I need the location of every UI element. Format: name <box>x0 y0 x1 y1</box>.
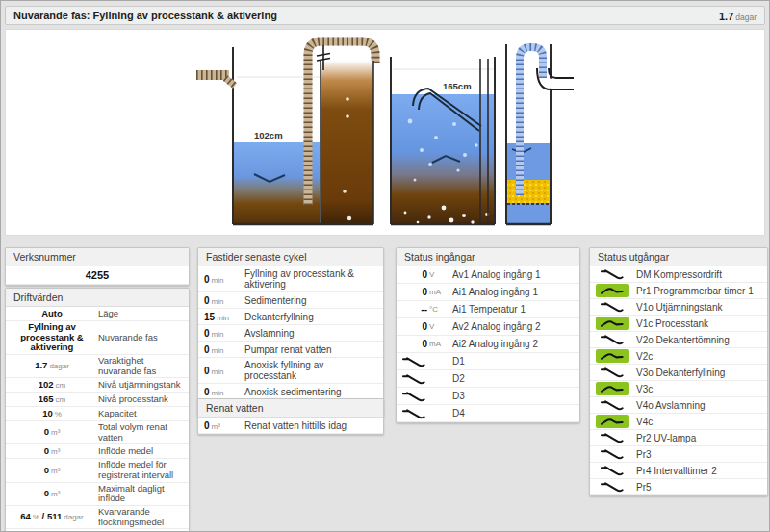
label-cell: Avslamning <box>244 328 377 339</box>
switch-open-icon[interactable] <box>596 333 629 346</box>
equalization-level-label: 102cm <box>254 130 283 140</box>
output-status-row: Pr5 <box>590 479 767 495</box>
switch-open-icon[interactable] <box>596 464 629 477</box>
label-cell: Nuvarande fas <box>98 333 189 343</box>
phase-duration-value: 1.7 <box>719 11 733 22</box>
phase-time-row: 0minFyllning av processtank & aktivering <box>198 266 383 292</box>
switch-open-icon <box>402 356 452 367</box>
status-ingangar-rows: 0VAv1 Analog ingång 10mAAi1 Analog ingån… <box>397 266 579 422</box>
value-cell: 0min <box>204 328 244 339</box>
label-cell: Pr4 Intervalltimer 2 <box>636 466 761 476</box>
fastider-title: Fastider senaste cykel <box>198 248 383 266</box>
switch-closed-icon[interactable] <box>596 284 629 297</box>
label-cell: D4 <box>452 408 574 418</box>
driftvarden-row: AutoLäge <box>6 307 189 321</box>
label-cell: V4c <box>636 417 761 427</box>
label-cell: V1o Utjämningstank <box>636 302 761 313</box>
driftvarden-panel: Driftvärden AutoLägeFyllning av processt… <box>5 288 190 532</box>
output-status-row: V1o Utjämningstank <box>590 299 767 316</box>
verksnummer-title: Verksnummer <box>6 248 189 266</box>
label-cell: Inflöde medel för registrerat intervall <box>98 460 189 480</box>
process-tank: 165cm <box>391 57 495 224</box>
unit-cell: V <box>429 322 452 331</box>
label-cell: Nivå processtank <box>98 394 189 405</box>
driftvarden-row: 165cmNivå processtank <box>6 393 189 407</box>
value-cell: 0min <box>204 344 244 355</box>
label-cell: Ai1 Analog ingång 1 <box>452 287 574 297</box>
output-status-row: V2c <box>590 348 767 365</box>
output-status-row: Pr4 Intervalltimer 2 <box>590 463 767 479</box>
value-text: 0min <box>204 344 223 355</box>
hmi-dashboard: Nuvarande fas: Fyllning av processtank &… <box>0 0 770 532</box>
status-utgangar-rows: DM KompressordriftPr1 Programmerbar time… <box>590 266 767 495</box>
output-status-row: Pr3 <box>590 446 767 463</box>
driftvarden-row: 1.7dagarVaraktighet nuvarande fas <box>6 355 189 378</box>
label-cell: Nivå utjämningstank <box>98 380 189 391</box>
label-cell: D1 <box>452 356 574 367</box>
value-cell: 0m³ <box>6 446 98 457</box>
renat-vatten-rows: 0m³Renat vatten hittills idag <box>198 418 383 434</box>
input-status-row: 0VAv2 Analog ingång 2 <box>397 318 579 336</box>
switch-open-icon[interactable] <box>596 480 629 494</box>
input-status-row: D2 <box>397 370 579 388</box>
output-status-row: V2o Dekantertömning <box>590 332 767 348</box>
value-text: 0m³ <box>44 465 61 475</box>
value-text: 1.7dagar <box>35 360 69 370</box>
switch-open-icon <box>402 373 452 385</box>
output-status-row: V1c Processtank <box>590 316 767 332</box>
value-cell: 0min <box>204 274 244 285</box>
input-status-row: 0VAv1 Analog ingång 1 <box>397 266 579 284</box>
verksnummer-value: 4255 <box>6 266 189 285</box>
label-cell: Total volym renat vatten <box>98 422 189 443</box>
label-cell: Anoxisk sedimentering <box>244 387 377 397</box>
switch-open-icon[interactable] <box>596 300 629 314</box>
value-text: 15min <box>204 312 229 322</box>
driftvarden-row: 102cmNivå utjämningstank <box>6 378 189 393</box>
value-text: 0m³ <box>44 445 61 456</box>
phase-duration-unit: dagar <box>735 13 757 22</box>
selector-column <box>321 61 373 224</box>
switch-open-icon[interactable] <box>596 447 629 461</box>
input-status-row: D4 <box>397 405 579 422</box>
value-cell: 0min <box>204 366 244 376</box>
switch-closed-icon[interactable] <box>596 415 629 428</box>
value-cell: 10% <box>6 409 98 419</box>
label-cell: V3c <box>636 384 761 394</box>
input-status-row: D1 <box>397 353 579 370</box>
label-cell: Dekanterfyllning <box>244 312 377 322</box>
switch-open-icon[interactable] <box>596 431 629 444</box>
output-status-row: V4o Avslamning <box>590 397 767 414</box>
status-ingangar-panel: Status ingångar 0VAv1 Analog ingång 10mA… <box>396 247 580 423</box>
switch-open-icon[interactable] <box>596 366 629 379</box>
label-cell: Pumpar renat vatten <box>244 344 377 355</box>
label-cell: Kvarvarande flockningsmedel <box>98 507 189 527</box>
switch-closed-icon[interactable] <box>596 382 629 395</box>
switch-open-icon[interactable] <box>596 398 629 412</box>
label-cell: DM Kompressordrift <box>636 269 761 280</box>
label-cell: Anoxisk fyllning av processtank <box>244 360 377 381</box>
label-cell: Kapacitet <box>98 409 189 419</box>
driftvarden-rows: AutoLägeFyllning av processtank & aktive… <box>6 307 189 532</box>
value-text: 0min <box>204 366 223 376</box>
value-cell: 102cm <box>6 380 98 391</box>
value-text: 0m³ <box>44 426 61 437</box>
status-utgangar-panel: Status utgångar DM KompressordriftPr1 Pr… <box>589 247 768 496</box>
label-cell: Pr5 <box>636 482 761 493</box>
label-cell: Renat vatten hittills idag <box>244 420 377 431</box>
switch-open-icon <box>402 408 452 419</box>
unit-cell: V <box>429 270 452 279</box>
switch-open-icon[interactable] <box>596 267 629 281</box>
switch-closed-icon[interactable] <box>596 317 629 330</box>
process-level-label: 165cm <box>443 81 472 91</box>
unit-cell: mA <box>429 288 452 296</box>
driftvarden-row: 10%Kapacitet <box>6 407 189 421</box>
renat-vatten-title: Renat vatten <box>198 399 383 418</box>
phase-time-row: 0m³Renat vatten hittills idag <box>198 418 383 434</box>
label-cell: V3o Dekanterfyllning <box>636 367 761 378</box>
label-cell: Maximalt dagligt inflöde <box>98 484 189 504</box>
value-text: 102cm <box>38 379 66 390</box>
switch-closed-icon[interactable] <box>596 349 629 363</box>
value-text: 0min <box>204 387 223 397</box>
phase-time-row: 0minAvslamning <box>198 325 383 342</box>
inlet-pipe-icon <box>196 75 235 86</box>
